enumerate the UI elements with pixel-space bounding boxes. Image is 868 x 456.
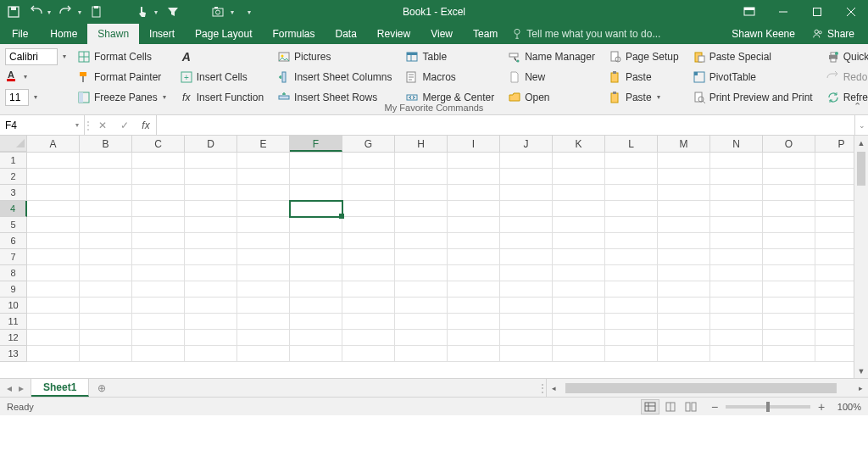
cell-B5[interactable] bbox=[80, 217, 132, 233]
cell-I11[interactable] bbox=[448, 314, 500, 330]
tell-me-input[interactable] bbox=[526, 28, 696, 40]
cell-G7[interactable] bbox=[342, 249, 395, 265]
scroll-left-icon[interactable]: ◂ bbox=[547, 379, 561, 397]
tab-review[interactable]: Review bbox=[367, 24, 420, 44]
cell-N11[interactable] bbox=[710, 314, 763, 330]
cell-D8[interactable] bbox=[185, 265, 237, 281]
cell-E9[interactable] bbox=[237, 281, 290, 298]
name-box-input[interactable] bbox=[5, 120, 56, 131]
col-header-H[interactable]: H bbox=[395, 136, 448, 152]
vertical-scrollbar[interactable]: ▲ ▼ bbox=[854, 136, 868, 378]
col-header-N[interactable]: N bbox=[710, 136, 763, 152]
cell-L8[interactable] bbox=[605, 265, 658, 281]
cell-N2[interactable] bbox=[710, 169, 763, 185]
cell-O13[interactable] bbox=[763, 346, 815, 362]
col-header-J[interactable]: J bbox=[500, 136, 553, 152]
cell-G13[interactable] bbox=[342, 346, 395, 362]
row-header-7[interactable]: 7 bbox=[0, 249, 27, 265]
horizontal-scrollbar[interactable]: ◂ ▸ bbox=[546, 379, 868, 397]
cell-N13[interactable] bbox=[710, 346, 763, 362]
new-button[interactable]: New bbox=[505, 68, 598, 86]
format-cells-button[interactable]: Format Cells bbox=[75, 47, 169, 65]
tab-view[interactable]: View bbox=[420, 24, 463, 44]
redo-icon[interactable] bbox=[59, 5, 73, 19]
cell-O3[interactable] bbox=[763, 185, 815, 201]
cell-E3[interactable] bbox=[237, 185, 290, 201]
cell-L3[interactable] bbox=[605, 185, 658, 201]
paste-special-button[interactable]: Paste Special bbox=[690, 47, 815, 65]
cell-L6[interactable] bbox=[605, 233, 658, 249]
cell-L11[interactable] bbox=[605, 314, 658, 330]
cell-M3[interactable] bbox=[658, 185, 710, 201]
row-header-12[interactable]: 12 bbox=[0, 330, 27, 346]
font-color-dropdown-icon[interactable]: ▾ bbox=[24, 73, 27, 81]
cell-F6[interactable] bbox=[290, 233, 342, 249]
cell-L4[interactable] bbox=[605, 201, 658, 217]
cell-G3[interactable] bbox=[342, 185, 395, 201]
cell-D1[interactable] bbox=[185, 153, 237, 169]
cell-C2[interactable] bbox=[132, 169, 185, 185]
cell-I1[interactable] bbox=[448, 153, 500, 169]
row-header-2[interactable]: 2 bbox=[0, 169, 27, 185]
cell-D9[interactable] bbox=[185, 281, 237, 298]
cell-I9[interactable] bbox=[448, 281, 500, 298]
cell-J7[interactable] bbox=[500, 249, 553, 265]
cell-H9[interactable] bbox=[395, 281, 448, 298]
formula-input[interactable] bbox=[157, 115, 854, 135]
cell-O10[interactable] bbox=[763, 298, 815, 314]
cell-C13[interactable] bbox=[132, 346, 185, 362]
cell-G2[interactable] bbox=[342, 169, 395, 185]
cell-I2[interactable] bbox=[448, 169, 500, 185]
col-header-B[interactable]: B bbox=[80, 136, 132, 152]
page-break-view-button[interactable] bbox=[682, 399, 700, 414]
cell-I3[interactable] bbox=[448, 185, 500, 201]
cell-H7[interactable] bbox=[395, 249, 448, 265]
cell-B4[interactable] bbox=[80, 201, 132, 217]
cell-G9[interactable] bbox=[342, 281, 395, 298]
zoom-level[interactable]: 100% bbox=[832, 402, 861, 412]
col-header-K[interactable]: K bbox=[553, 136, 605, 152]
cell-K10[interactable] bbox=[553, 298, 605, 314]
expand-formula-bar-icon[interactable]: ⌄ bbox=[854, 115, 868, 135]
cell-J13[interactable] bbox=[500, 346, 553, 362]
format-painter-button[interactable]: Format Painter bbox=[75, 68, 169, 86]
cell-I5[interactable] bbox=[448, 217, 500, 233]
cell-O11[interactable] bbox=[763, 314, 815, 330]
touch-mode-icon[interactable] bbox=[136, 5, 149, 19]
add-sheet-button[interactable]: ⊕ bbox=[89, 379, 114, 397]
row-header-9[interactable]: 9 bbox=[0, 281, 27, 298]
cell-G1[interactable] bbox=[342, 153, 395, 169]
cell-H1[interactable] bbox=[395, 153, 448, 169]
share-button[interactable]: Share bbox=[805, 28, 861, 40]
cell-I12[interactable] bbox=[448, 330, 500, 346]
camera-icon[interactable] bbox=[212, 5, 225, 19]
cell-D11[interactable] bbox=[185, 314, 237, 330]
cell-B1[interactable] bbox=[80, 153, 132, 169]
cell-I7[interactable] bbox=[448, 249, 500, 265]
cell-G6[interactable] bbox=[342, 233, 395, 249]
cell-K9[interactable] bbox=[553, 281, 605, 298]
cell-O7[interactable] bbox=[763, 249, 815, 265]
col-header-O[interactable]: O bbox=[763, 136, 815, 152]
cell-F4[interactable] bbox=[290, 201, 342, 217]
cell-O2[interactable] bbox=[763, 169, 815, 185]
row-header-1[interactable]: 1 bbox=[0, 153, 27, 169]
cell-D6[interactable] bbox=[185, 233, 237, 249]
camera-dropdown-icon[interactable]: ▾ bbox=[231, 8, 234, 16]
pictures-button[interactable]: Pictures bbox=[275, 47, 394, 65]
scroll-up-icon[interactable]: ▲ bbox=[854, 136, 868, 150]
cell-L9[interactable] bbox=[605, 281, 658, 298]
cell-L5[interactable] bbox=[605, 217, 658, 233]
cell-D5[interactable] bbox=[185, 217, 237, 233]
cell-I13[interactable] bbox=[448, 346, 500, 362]
cell-A11[interactable] bbox=[27, 314, 80, 330]
cell-A9[interactable] bbox=[27, 281, 80, 298]
row-header-10[interactable]: 10 bbox=[0, 298, 27, 314]
maximize-button[interactable] bbox=[800, 0, 834, 24]
paste-dropdown-button[interactable]: Paste▾ bbox=[606, 88, 682, 106]
cell-M10[interactable] bbox=[658, 298, 710, 314]
cell-A10[interactable] bbox=[27, 298, 80, 314]
col-header-F[interactable]: F bbox=[290, 136, 342, 152]
font-name-dropdown-icon[interactable]: ▾ bbox=[63, 53, 66, 60]
cell-M13[interactable] bbox=[658, 346, 710, 362]
